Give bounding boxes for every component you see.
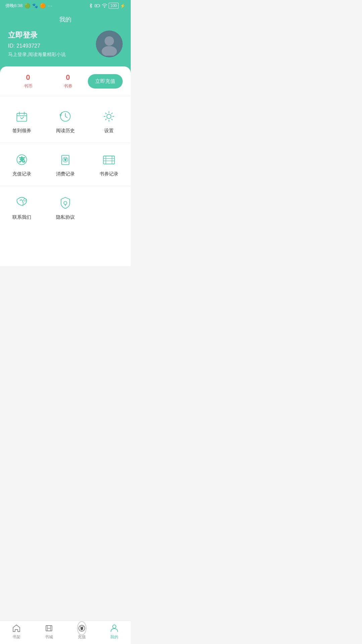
svg-point-24 — [23, 199, 26, 201]
menu-row-2: 充 充值记录 ¥ 消费记录 — [0, 143, 131, 186]
profile-info: 立即登录 ID: 21493727 马上登录,阅读海量精彩小说 — [8, 30, 66, 58]
app-icon-3: 🟠 — [40, 3, 46, 8]
battery-x-icon — [95, 4, 101, 8]
recharge-record-label: 充值记录 — [12, 171, 31, 177]
status-time: 傍晚6:38 — [5, 3, 22, 9]
page-header: 我的 — [0, 11, 131, 23]
history-icon — [57, 108, 73, 124]
spend-record-icon: ¥ — [57, 152, 73, 168]
balance-row: 0 书币 0 书券 立即充值 — [0, 66, 131, 96]
menu-item-contact[interactable]: 联系我们 — [0, 190, 44, 226]
nav-item-shelf[interactable]: 书架 — [0, 624, 33, 640]
user-id: ID: 21493727 — [8, 43, 66, 49]
menu-item-privacy[interactable]: 隐私协议 — [44, 190, 87, 226]
app-icon-1: 🟢 — [24, 3, 30, 8]
voucher-record-label: 书券记录 — [100, 171, 118, 177]
charge-icon: ¥ — [77, 624, 86, 633]
charge-label: 充值 — [78, 634, 86, 640]
app-icon-2: 🐾 — [32, 3, 38, 8]
history-label: 阅读历史 — [56, 128, 75, 134]
battery-level: 100 — [109, 3, 119, 9]
voucher-count: 0 — [48, 73, 88, 82]
profile-desc: 马上登录,阅读海量精彩小说 — [8, 52, 66, 58]
contact-label: 联系我们 — [12, 214, 31, 220]
bottom-nav: 书架 书城 ¥ 充值 — [0, 621, 131, 644]
svg-text:¥: ¥ — [64, 158, 67, 162]
profile-nav-icon — [110, 624, 119, 633]
svg-point-13 — [107, 114, 111, 119]
svg-text:¥: ¥ — [80, 626, 83, 631]
menu-item-recharge-record[interactable]: 充 充值记录 — [0, 146, 44, 182]
menu-item-spend-record[interactable]: ¥ 消费记录 — [44, 146, 87, 182]
checkin-label: 签到领券 — [12, 128, 31, 134]
nav-item-profile[interactable]: 我的 — [98, 624, 131, 640]
more-dots: ··· — [48, 3, 53, 8]
svg-rect-8 — [17, 113, 26, 121]
bookstore-icon — [44, 624, 54, 633]
svg-point-33 — [113, 625, 116, 628]
recharge-record-icon: 充 — [14, 152, 30, 168]
checkin-icon — [14, 108, 30, 124]
bolt-icon: ⚡ — [120, 3, 125, 8]
menu-item-checkin[interactable]: 签到领券 — [0, 103, 44, 139]
menu-item-voucher-record[interactable]: 书券记录 — [87, 146, 131, 182]
status-bar: 傍晚6:38 🟢 🐾 🟠 ··· 100 ⚡ — [0, 0, 131, 11]
settings-label: 设置 — [104, 128, 114, 134]
recharge-button[interactable]: 立即充值 — [88, 74, 123, 89]
store-label: 书城 — [45, 634, 53, 640]
voucher-balance: 0 书券 — [48, 73, 88, 89]
main-card: 0 书币 0 书券 立即充值 — [0, 66, 131, 266]
contact-icon — [14, 195, 30, 211]
spend-record-label: 消费记录 — [56, 171, 75, 177]
page-title: 我的 — [59, 16, 71, 23]
svg-rect-0 — [95, 4, 100, 7]
svg-point-6 — [105, 36, 114, 46]
privacy-label: 隐私协议 — [56, 214, 75, 220]
coin-balance: 0 书币 — [8, 73, 48, 89]
status-left: 傍晚6:38 🟢 🐾 🟠 ··· — [5, 3, 53, 9]
menu-row-3: 联系我们 隐私协议 — [0, 186, 131, 229]
settings-icon — [101, 108, 117, 124]
menu-item-settings[interactable]: 设置 — [87, 103, 131, 139]
status-right: 100 ⚡ — [88, 3, 125, 9]
login-label[interactable]: 立即登录 — [8, 30, 66, 40]
voucher-record-icon — [101, 152, 117, 168]
svg-text:充: 充 — [18, 156, 25, 163]
privacy-icon — [57, 195, 73, 211]
svg-point-7 — [102, 46, 117, 56]
voucher-label: 书券 — [48, 83, 88, 89]
nav-item-charge[interactable]: ¥ 充值 — [65, 624, 98, 640]
svg-rect-19 — [103, 156, 114, 164]
profile-label: 我的 — [110, 634, 118, 640]
wifi-icon — [102, 4, 107, 8]
home-icon — [12, 624, 21, 633]
avatar[interactable] — [96, 31, 123, 57]
svg-point-5 — [104, 7, 105, 7]
bluetooth-icon — [88, 3, 93, 8]
svg-point-25 — [64, 201, 67, 204]
shelf-label: 书架 — [12, 634, 20, 640]
menu-section: 签到领券 阅读历史 — [0, 96, 131, 232]
nav-item-store[interactable]: 书城 — [33, 624, 66, 640]
menu-row-1: 签到领券 阅读历史 — [0, 100, 131, 143]
coin-label: 书币 — [8, 83, 48, 89]
coin-count: 0 — [8, 73, 48, 82]
menu-item-history[interactable]: 阅读历史 — [44, 103, 87, 139]
